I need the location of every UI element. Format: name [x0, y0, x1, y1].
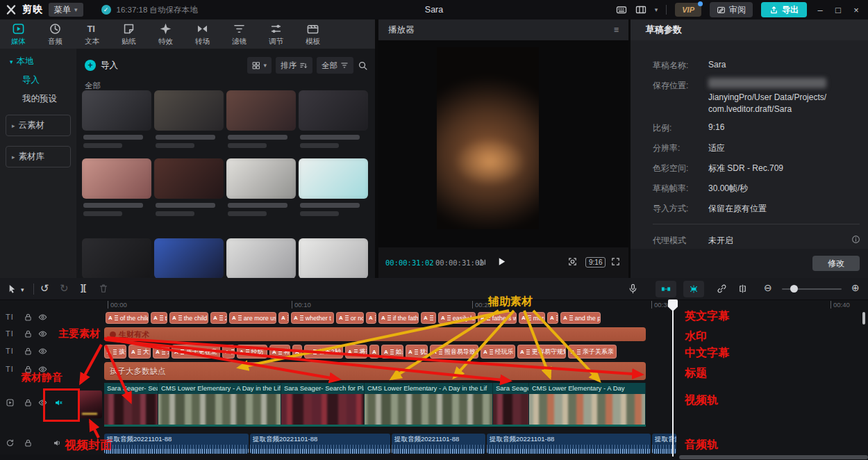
vertical-scrollbar[interactable]	[862, 312, 865, 325]
import-label[interactable]: 导入	[101, 60, 118, 72]
zoom-out-icon[interactable]: ⊖	[764, 282, 772, 293]
modify-button[interactable]: 修改	[812, 256, 860, 271]
subtitle-clip-cn[interactable]: A如果	[381, 345, 403, 359]
subtitle-clip-cn[interactable]: A将你	[269, 345, 290, 359]
visibility-eye-icon[interactable]	[38, 313, 47, 322]
lock-icon[interactable]	[24, 398, 33, 407]
media-thumbnail[interactable]	[299, 90, 368, 131]
subtitle-clip-cn[interactable]: A	[292, 345, 302, 359]
subtitle-clip-cn[interactable]: A这	[153, 345, 169, 359]
subtitle-clip-cn[interactable]: A亲子关系亲	[568, 345, 617, 359]
redo-icon[interactable]: ↻	[60, 282, 69, 295]
tab-text[interactable]: TI文本	[74, 19, 110, 49]
layout-switch-icon[interactable]	[635, 4, 646, 15]
audio-clip[interactable]: 提取音频20221101-88	[104, 434, 249, 454]
lock-icon[interactable]	[24, 347, 33, 356]
subtitle-clip-en[interactable]: A2	[210, 312, 227, 324]
zoom-in-icon[interactable]: ⊕	[851, 282, 860, 293]
media-thumbnail[interactable]	[154, 158, 224, 199]
audio-clip[interactable]: 提取音频20221101-88	[250, 434, 390, 454]
view-mode-selector[interactable]: ▾	[247, 57, 272, 74]
subtitle-clip-en[interactable]: Ath	[421, 312, 436, 324]
video-clip[interactable]: Sara Seager- Search for Pla	[281, 383, 365, 425]
subtitle-clip-en[interactable]: Aw	[547, 312, 558, 324]
subtitle-clip-cn[interactable]: A将	[222, 345, 235, 359]
play-button[interactable]	[496, 256, 507, 267]
media-thumbnail[interactable]	[299, 238, 368, 278]
playhead-line[interactable]	[672, 299, 674, 457]
media-thumbnail[interactable]	[299, 158, 368, 199]
subtitle-clip-en[interactable]: Awhether t	[291, 312, 334, 324]
player-menu-icon[interactable]: ≡	[614, 25, 619, 35]
media-thumbnail[interactable]	[82, 158, 151, 199]
chevron-down-icon[interactable]: ▾	[21, 286, 24, 293]
subtitle-clip-cn[interactable]: A经玩乐	[481, 345, 515, 359]
media-thumbnail[interactable]	[154, 90, 224, 131]
chevron-down-icon[interactable]: ▾	[655, 6, 658, 13]
timeline-ruler[interactable]	[0, 299, 868, 310]
tab-template[interactable]: 模板	[294, 19, 331, 49]
preview-focus-icon[interactable]	[567, 256, 578, 267]
media-thumbnail[interactable]	[226, 238, 296, 278]
cursor-tool-icon[interactable]	[7, 284, 17, 294]
subtitle-clip-en[interactable]: Aor not	[336, 312, 364, 324]
lock-icon[interactable]	[24, 329, 33, 338]
subtitle-clip-en[interactable]: Aeasily lea	[438, 312, 476, 324]
tab-audio[interactable]: 音频	[37, 19, 74, 49]
horizontal-scrollbar[interactable]	[679, 455, 868, 459]
shortcut-keyboard-icon[interactable]	[616, 4, 627, 15]
speaker-icon[interactable]	[53, 438, 62, 447]
maximize-button[interactable]: □	[833, 5, 843, 15]
delete-icon[interactable]	[99, 284, 108, 293]
media-thumbnail[interactable]	[226, 158, 296, 199]
lock-icon[interactable]	[24, 313, 33, 322]
close-button[interactable]: ×	[851, 5, 861, 15]
link-icon[interactable]	[717, 284, 727, 294]
subtitle-clip-cn[interactable]: A经纺	[237, 345, 267, 359]
tab-filter[interactable]: 滤镜	[221, 19, 258, 49]
snap-toggle-icon[interactable]	[656, 281, 676, 297]
subtitle-clip-en[interactable]: Aof the child	[106, 312, 149, 324]
subtitle-clip-cn[interactable]: A	[369, 345, 379, 359]
subtitle-clip-en[interactable]: Afathers w	[478, 312, 517, 324]
subtitle-clip-en[interactable]: Athe child	[169, 312, 208, 324]
audio-loop-icon[interactable]	[6, 438, 15, 447]
lock-icon[interactable]	[24, 438, 33, 447]
video-clip[interactable]: CMS Lower Elementary - A Day in the Lif	[365, 383, 493, 425]
subtitle-clip-cn[interactable]: A犹豫	[406, 345, 428, 359]
split-icon[interactable]: ][	[81, 283, 86, 293]
export-button[interactable]: 导出	[761, 2, 807, 17]
search-icon[interactable]	[358, 60, 368, 71]
subtitle-clip-en[interactable]: Ath	[151, 312, 167, 324]
tab-effect[interactable]: 特效	[147, 19, 184, 49]
watermark-clip[interactable]: 生财有术	[104, 327, 646, 341]
audio-clip[interactable]: 提取音频20221101-88	[392, 434, 485, 454]
video-clip[interactable]: CMS Lower Elementary - A Day	[529, 383, 646, 425]
review-button[interactable]: 审阅	[710, 2, 753, 17]
sidebar-item-导入[interactable]: 导入	[22, 74, 69, 86]
subtitle-clip-en[interactable]: A	[278, 312, 289, 324]
visibility-eye-icon[interactable]	[38, 329, 47, 338]
media-thumbnail[interactable]	[226, 90, 296, 131]
media-thumbnail[interactable]	[82, 90, 151, 131]
media-thumbnail[interactable]	[82, 238, 151, 278]
tab-adjust[interactable]: 调节	[258, 19, 294, 49]
video-clip[interactable]: Sara Seager-	[493, 383, 529, 425]
auto-magnet-toggle-icon[interactable]	[683, 281, 704, 297]
subtitle-clip-en[interactable]: Aare more us	[229, 312, 276, 324]
undo-icon[interactable]: ↺	[40, 282, 49, 295]
title-clip[interactable]: 孩子大多数缺点	[104, 362, 646, 380]
subtitle-clip-cn[interactable]: A孩子更在意	[172, 345, 220, 359]
media-thumbnail[interactable]	[154, 238, 224, 278]
subtitle-clip-cn[interactable]: A孩子	[104, 345, 126, 359]
sidebar-item-云素材[interactable]: ▸云素材	[6, 115, 71, 136]
video-track-icon[interactable]	[6, 398, 15, 407]
tab-sticker[interactable]: 贴纸	[110, 19, 147, 49]
minimize-button[interactable]: –	[815, 5, 825, 15]
sidebar-item-素材库[interactable]: ▸素材库	[6, 146, 71, 167]
subtitle-clip-en[interactable]: Aif the fath	[378, 312, 419, 324]
subtitle-clip-cn[interactable]: A更容易守规矩	[517, 345, 566, 359]
video-clip[interactable]: Sara Seager- Sea	[104, 383, 158, 425]
fullscreen-icon[interactable]	[610, 256, 621, 267]
vip-badge[interactable]: VIP	[675, 3, 701, 17]
